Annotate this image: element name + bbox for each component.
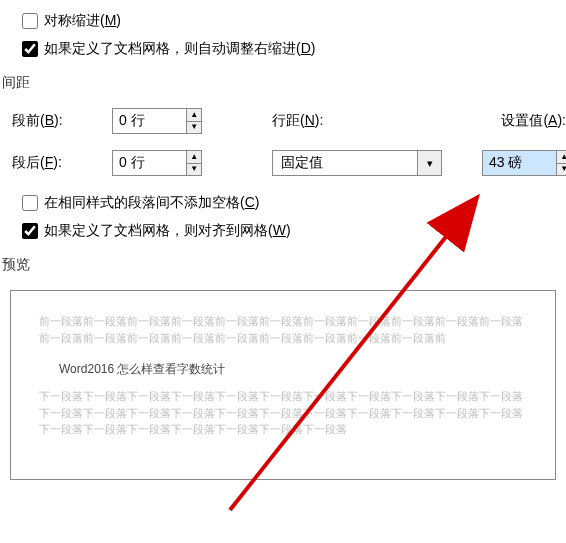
space-before-spinner[interactable]: ▲ ▼ (112, 108, 202, 134)
space-before-label: 段前(B): (12, 112, 112, 130)
auto-adjust-checkbox[interactable] (22, 41, 38, 57)
snap-grid-checkbox[interactable] (22, 223, 38, 239)
line-spacing-combo[interactable]: 固定值 ▾ (272, 150, 442, 176)
chevron-down-icon[interactable]: ▾ (417, 151, 441, 175)
space-after-input[interactable] (113, 151, 186, 175)
mirror-indent-label: 对称缩进(M) (44, 12, 121, 30)
preview-pane: 前一段落前一段落前一段落前一段落前一段落前一段落前一段落前一段落前一段落前一段落… (10, 290, 556, 480)
mirror-indent-checkbox[interactable] (22, 13, 38, 29)
space-after-label: 段后(F): (12, 154, 112, 172)
spacing-section-header: 间距 (0, 68, 566, 98)
no-space-same-style-checkbox[interactable] (22, 195, 38, 211)
spin-up-icon[interactable]: ▲ (187, 109, 201, 122)
preview-after-text: 下一段落下一段落下一段落下一段落下一段落下一段落下一段落下一段落下一段落下一段落… (39, 388, 527, 438)
set-at-spinner[interactable]: ▲ ▼ (482, 150, 566, 176)
spin-down-icon[interactable]: ▼ (187, 122, 201, 134)
spin-down-icon[interactable]: ▼ (557, 164, 566, 176)
auto-adjust-label: 如果定义了文档网格，则自动调整右缩进(D) (44, 40, 315, 58)
snap-grid-label: 如果定义了文档网格，则对齐到网格(W) (44, 222, 291, 240)
preview-before-text: 前一段落前一段落前一段落前一段落前一段落前一段落前一段落前一段落前一段落前一段落… (39, 313, 527, 346)
space-after-spinner[interactable]: ▲ ▼ (112, 150, 202, 176)
line-spacing-value: 固定值 (273, 151, 417, 175)
preview-section-header: 预览 (0, 250, 566, 280)
no-space-same-style-label: 在相同样式的段落间不添加空格(C) (44, 194, 259, 212)
set-at-label: 设置值(A): (472, 112, 566, 130)
line-spacing-label: 行距(N): (272, 112, 372, 130)
spin-down-icon[interactable]: ▼ (187, 164, 201, 176)
preview-sample-text: Word2016 怎么样查看字数统计 (59, 360, 527, 378)
spin-up-icon[interactable]: ▲ (557, 151, 566, 164)
spin-up-icon[interactable]: ▲ (187, 151, 201, 164)
space-before-input[interactable] (113, 109, 186, 133)
set-at-input[interactable] (483, 151, 556, 175)
